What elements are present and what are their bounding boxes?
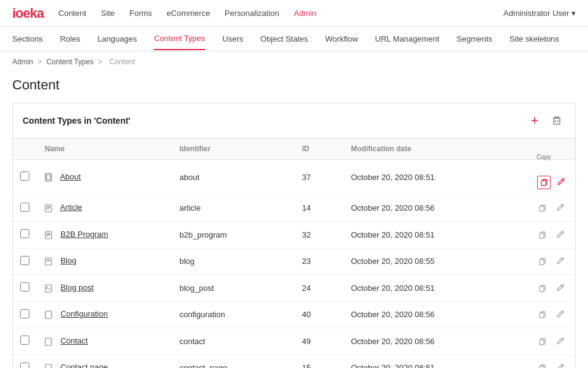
subnav-site-skeletons[interactable]: Site skeletons [510,28,559,50]
table-row: Configuration configuration 40 October 2… [13,301,575,328]
content-type-icon-3 [45,257,55,266]
row-date-0: October 20, 2020 08:51 [344,160,526,195]
logo[interactable]: ioeka [12,6,43,21]
copy-button-1[interactable] [535,201,549,216]
subnav-languages[interactable]: Languages [97,28,137,50]
svg-rect-17 [540,233,544,238]
row-date-4: October 20, 2020 08:51 [344,275,526,302]
content-type-name-link-7[interactable]: Contact page [61,362,108,368]
edit-button-4[interactable] [553,280,568,295]
copy-button-6[interactable] [535,334,549,349]
row-checkbox-7[interactable] [20,362,29,368]
content-area: Content Types in 'Content' + [0,103,588,368]
content-type-name-link-6[interactable]: Contact [61,336,88,345]
breadcrumb-sep1: > [37,58,43,66]
table-row: Contact contact 49 October 20, 2020 08:5… [13,328,575,355]
row-checkbox-cell [13,248,37,275]
edit-button-5[interactable] [553,307,568,322]
row-id-0: 37 [295,160,344,195]
edit-button-1[interactable] [553,201,568,216]
row-checkbox-cell [13,160,37,195]
subnav-content-types[interactable]: Content Types [154,28,205,50]
nav-content[interactable]: Content [58,6,86,20]
edit-button-0[interactable] [554,175,568,189]
table-header-row: Name Identifier ID Modification date [13,138,575,160]
edit-button-6[interactable] [553,334,568,348]
row-date-3: October 20, 2020 08:55 [344,248,526,275]
row-actions-3 [526,248,575,275]
user-menu[interactable]: Administrator User [503,9,576,18]
svg-rect-5 [541,181,546,186]
row-name-cell: Blog [37,248,172,275]
svg-rect-29 [540,313,544,318]
row-checkbox-cell [13,355,37,368]
row-checkbox-6[interactable] [20,336,29,345]
row-date-5: October 20, 2020 08:56 [344,301,526,328]
row-id-7: 15 [295,355,344,368]
row-checkbox-2[interactable] [20,229,29,238]
content-type-name-link-1[interactable]: Article [60,203,82,212]
row-checkbox-cell [13,328,37,355]
nav-forms[interactable]: Forms [129,6,152,20]
content-type-name-link-0[interactable]: About [60,172,81,181]
copy-button-2[interactable] [535,228,549,242]
copy-button-4[interactable] [535,281,549,296]
row-checkbox-1[interactable] [20,203,29,212]
copy-label: Copy [537,154,551,160]
row-checkbox-4[interactable] [20,282,29,291]
row-identifier-1: article [172,195,295,222]
row-id-2: 32 [295,222,344,249]
svg-rect-22 [540,260,544,265]
add-content-type-button[interactable]: + [526,112,543,129]
header-name: Name [37,138,172,160]
copy-button-7[interactable] [535,361,549,368]
row-name-cell: Configuration [37,301,172,328]
content-type-name-link-5[interactable]: Configuration [61,309,108,318]
subnav-workflow[interactable]: Workflow [325,28,358,50]
delete-content-type-button[interactable] [548,112,565,129]
svg-rect-7 [45,205,51,212]
subnav-roles[interactable]: Roles [60,28,80,50]
row-name-cell: Blog post [37,275,172,302]
svg-rect-31 [45,338,51,345]
content-types-table: Name Identifier ID Modification date Abo… [13,138,575,368]
content-type-name-link-3[interactable]: Blog [61,256,77,265]
content-type-name-link-4[interactable]: Blog post [61,283,94,292]
row-actions-2 [526,222,575,249]
row-identifier-3: blog [172,248,295,275]
nav-ecommerce[interactable]: eCommerce [167,6,210,20]
table-row: Contact page contact_page 15 October 20,… [13,355,575,368]
edit-button-3[interactable] [553,254,568,269]
sub-navigation: Sections Roles Languages Content Types U… [0,27,588,51]
copy-button-0[interactable] [537,176,551,189]
header-id: ID [295,138,344,160]
header-checkbox-cell [13,138,37,160]
svg-rect-28 [45,311,51,318]
subnav-segments[interactable]: Segments [456,28,492,50]
copy-button-5[interactable] [535,307,549,322]
subnav-sections[interactable]: Sections [12,28,43,50]
subnav-url-management[interactable]: URL Management [375,28,439,50]
breadcrumb-admin[interactable]: Admin [12,58,33,66]
edit-button-7[interactable] [553,361,568,369]
card-actions: + [526,112,565,129]
row-checkbox-0[interactable] [20,171,29,181]
nav-admin[interactable]: Admin [294,6,317,20]
nav-personalization[interactable]: Personalization [225,6,279,20]
subnav-users[interactable]: Users [222,28,243,50]
copy-button-3[interactable] [535,254,549,269]
table-row: About about 37 October 20, 2020 08:51 Co… [13,160,575,195]
content-type-name-link-2[interactable]: B2B Program [61,230,108,239]
row-checkbox-3[interactable] [20,256,29,265]
edit-button-2[interactable] [553,227,568,242]
row-checkbox-5[interactable] [20,309,29,318]
subnav-object-states[interactable]: Object States [260,28,308,50]
row-date-6: October 20, 2020 08:56 [344,328,526,355]
svg-rect-26 [540,287,544,291]
nav-site[interactable]: Site [101,6,115,20]
row-actions-0: Copy [526,160,575,195]
content-type-icon-0 [45,173,55,182]
svg-rect-34 [45,364,51,368]
breadcrumb-content-types[interactable]: Content Types [47,58,94,66]
content-type-icon-4 [45,284,55,293]
